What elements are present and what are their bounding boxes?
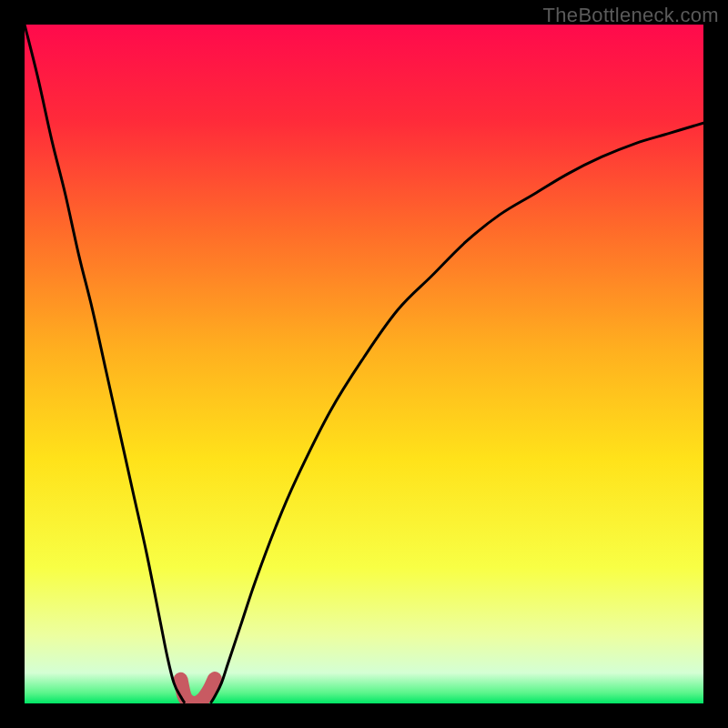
plot-area (25, 25, 703, 703)
chart-svg (25, 25, 703, 703)
gradient-background (25, 25, 703, 703)
outer-frame: TheBottleneck.com (0, 0, 728, 728)
